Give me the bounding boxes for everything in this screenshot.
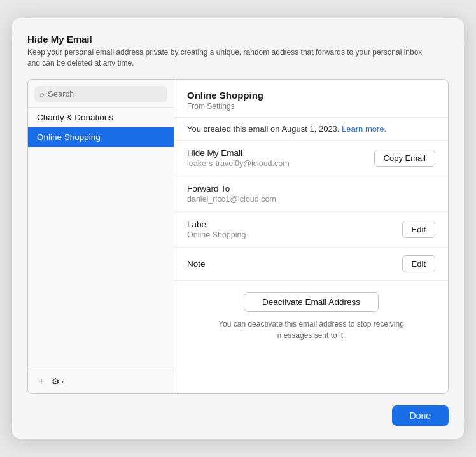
sidebar: ⌕ Charity & Donations Online Shopping + …	[28, 80, 174, 393]
settings-chevron-group[interactable]: ⚙ ›	[52, 376, 64, 386]
sidebar-item-charity[interactable]: Charity & Donations	[28, 108, 174, 127]
search-box: ⌕	[34, 86, 167, 102]
learn-more-link[interactable]: Learn more.	[342, 124, 386, 134]
edit-note-button[interactable]: Edit	[402, 255, 435, 272]
dialog-header: Hide My Email Keep your personal email a…	[27, 34, 449, 69]
hide-my-email-field: Hide My Email leakers-travel0y@icloud.co…	[174, 141, 448, 176]
deactivate-note: You can deactivate this email address to…	[209, 318, 413, 341]
sidebar-list: Charity & Donations Online Shopping	[28, 108, 174, 369]
sidebar-item-online-shopping[interactable]: Online Shopping	[28, 127, 174, 147]
dialog-body: ⌕ Charity & Donations Online Shopping + …	[27, 79, 449, 394]
main-header: Online Shopping From Settings	[174, 80, 448, 118]
add-button[interactable]: +	[36, 374, 46, 388]
search-icon: ⌕	[39, 89, 45, 99]
label-value: Online Shopping	[187, 230, 246, 239]
gear-icon: ⚙	[52, 376, 60, 386]
forward-to-left: Forward To daniel_rico1@icloud.com	[187, 184, 276, 204]
forward-to-field: Forward To daniel_rico1@icloud.com	[174, 176, 448, 212]
hide-my-email-label: Hide My Email	[187, 148, 290, 158]
label-left: Label Online Shopping	[187, 220, 246, 239]
main-from: From Settings	[187, 102, 435, 111]
chevron-down-icon: ›	[61, 377, 64, 385]
sidebar-footer: + ⚙ ›	[28, 369, 174, 393]
created-text: You created this email on August 1, 2023…	[187, 124, 339, 134]
deactivate-section: Deactivate Email Address You can deactiv…	[174, 281, 448, 351]
label-field: Label Online Shopping Edit	[174, 212, 448, 248]
main-content: Online Shopping From Settings You create…	[174, 80, 448, 393]
edit-label-button[interactable]: Edit	[402, 221, 435, 238]
search-container: ⌕	[28, 80, 174, 108]
note-field: Note Edit	[174, 248, 448, 281]
main-created-row: You created this email on August 1, 2023…	[174, 118, 448, 141]
dialog-footer: Done	[27, 405, 449, 426]
hide-my-email-left: Hide My Email leakers-travel0y@icloud.co…	[187, 148, 290, 168]
deactivate-button[interactable]: Deactivate Email Address	[244, 292, 379, 312]
search-input[interactable]	[48, 89, 162, 99]
sidebar-item-label: Charity & Donations	[37, 113, 113, 122]
main-section-title: Online Shopping	[187, 90, 435, 101]
forward-to-label: Forward To	[187, 184, 276, 193]
dialog-title: Hide My Email	[27, 34, 449, 45]
forward-to-value: daniel_rico1@icloud.com	[187, 195, 276, 204]
hide-my-email-value: leakers-travel0y@icloud.com	[187, 159, 290, 168]
note-label: Note	[187, 259, 206, 269]
done-button[interactable]: Done	[392, 405, 449, 426]
copy-email-button[interactable]: Copy Email	[374, 150, 435, 167]
note-left: Note	[187, 259, 206, 269]
dialog-subtitle: Keep your personal email address private…	[27, 47, 435, 69]
sidebar-item-label: Online Shopping	[37, 132, 101, 142]
hide-my-email-dialog: Hide My Email Keep your personal email a…	[12, 18, 464, 439]
label-label: Label	[187, 220, 246, 229]
